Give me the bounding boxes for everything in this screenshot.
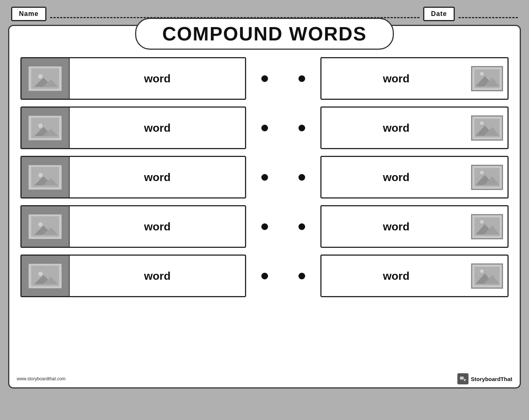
bullet-dot xyxy=(261,223,268,230)
word-text: word xyxy=(70,220,245,233)
footer: www.storyboardthat.com StoryboardThat xyxy=(9,373,520,384)
image-placeholder xyxy=(471,165,503,190)
word-text: word xyxy=(321,220,471,233)
mountain-icon xyxy=(32,72,58,89)
word-text: word xyxy=(321,270,471,282)
image-inner xyxy=(31,68,59,89)
footer-brand: StoryboardThat xyxy=(457,373,512,384)
image-placeholder xyxy=(22,106,70,149)
list-item: word xyxy=(320,205,509,248)
bullet-left-1 xyxy=(261,57,268,100)
bullet-dot xyxy=(261,174,268,181)
image-frame xyxy=(27,115,63,141)
word-text: word xyxy=(70,270,245,282)
bullet-dot xyxy=(298,223,305,230)
bullet-dot xyxy=(261,273,268,279)
svg-point-13 xyxy=(38,222,43,227)
image-inner xyxy=(31,118,59,138)
middle-column xyxy=(246,57,283,297)
bullet-dot xyxy=(298,75,305,82)
bullet-right-2 xyxy=(298,106,305,149)
image-placeholder xyxy=(22,156,70,198)
bullet-dot xyxy=(298,174,305,181)
word-text: word xyxy=(70,171,245,184)
svg-point-17 xyxy=(38,272,43,276)
mountain-icon xyxy=(474,217,500,236)
list-item: word xyxy=(20,255,246,297)
mountain-icon xyxy=(474,267,500,285)
brand-icon xyxy=(457,373,468,384)
svg-point-21 xyxy=(480,72,484,76)
word-text: word xyxy=(321,122,471,134)
mountain-icon xyxy=(474,168,500,187)
list-item: word xyxy=(20,156,246,198)
mountain-icon xyxy=(32,121,58,138)
mountain-icon xyxy=(32,269,58,286)
footer-url: www.storyboardthat.com xyxy=(17,376,65,381)
list-item: word xyxy=(320,106,509,149)
bullet-right-3 xyxy=(298,156,305,198)
bullet-left-3 xyxy=(261,156,268,198)
svg-point-5 xyxy=(38,124,43,128)
image-frame xyxy=(27,65,63,92)
image-placeholder xyxy=(471,66,503,91)
bullet-right-5 xyxy=(298,255,305,297)
svg-point-33 xyxy=(480,220,484,224)
image-inner xyxy=(474,119,500,137)
mountain-icon xyxy=(474,119,500,137)
bullet-left-2 xyxy=(261,106,268,149)
image-inner xyxy=(31,167,59,187)
image-placeholder xyxy=(22,255,70,297)
right-column: word word xyxy=(320,57,509,297)
image-placeholder xyxy=(471,263,503,289)
content-columns: word w xyxy=(9,57,520,297)
list-item: word xyxy=(20,205,246,248)
brand-name: StoryboardThat xyxy=(471,376,512,382)
main-card: COMPOUND WORDS xyxy=(8,25,521,388)
bullet-left-4 xyxy=(261,205,268,248)
image-inner xyxy=(31,216,59,237)
svg-point-37 xyxy=(480,269,484,273)
image-placeholder xyxy=(471,115,503,141)
svg-point-29 xyxy=(480,171,484,174)
title-banner-wrap: COMPOUND WORDS xyxy=(9,18,520,50)
bullet-right-1 xyxy=(298,57,305,100)
bullet-dot xyxy=(261,75,268,82)
image-placeholder xyxy=(22,205,70,248)
storyboard-icon xyxy=(459,375,467,383)
mountain-icon xyxy=(474,69,500,88)
list-item: word xyxy=(20,106,246,149)
word-text: word xyxy=(70,72,245,85)
svg-point-25 xyxy=(480,121,484,125)
right-section: word word xyxy=(283,57,509,297)
bullet-dot xyxy=(298,273,305,279)
list-item: word xyxy=(320,156,509,198)
bullet-right-4 xyxy=(298,205,305,248)
image-inner xyxy=(474,69,500,88)
image-frame xyxy=(27,164,63,191)
image-inner xyxy=(474,267,500,285)
left-column: word w xyxy=(20,57,246,297)
image-placeholder xyxy=(471,214,503,239)
image-inner xyxy=(474,168,500,187)
svg-point-1 xyxy=(38,74,43,79)
image-inner xyxy=(474,217,500,236)
svg-rect-41 xyxy=(460,377,464,380)
bullet-left-5 xyxy=(261,255,268,297)
bullet-dot xyxy=(298,125,305,131)
right-bullets-column xyxy=(283,57,320,297)
image-frame xyxy=(27,263,63,289)
image-placeholder xyxy=(22,57,70,100)
word-text: word xyxy=(70,122,245,134)
image-inner xyxy=(31,266,59,286)
bullet-dot xyxy=(261,125,268,131)
svg-point-9 xyxy=(38,173,43,177)
list-item: word xyxy=(320,57,509,100)
word-text: word xyxy=(321,72,471,85)
list-item: word xyxy=(320,255,509,297)
page-title: COMPOUND WORDS xyxy=(135,18,394,50)
mountain-icon xyxy=(32,220,58,237)
list-item: word xyxy=(20,57,246,100)
mountain-icon xyxy=(32,171,58,187)
image-frame xyxy=(27,213,63,240)
